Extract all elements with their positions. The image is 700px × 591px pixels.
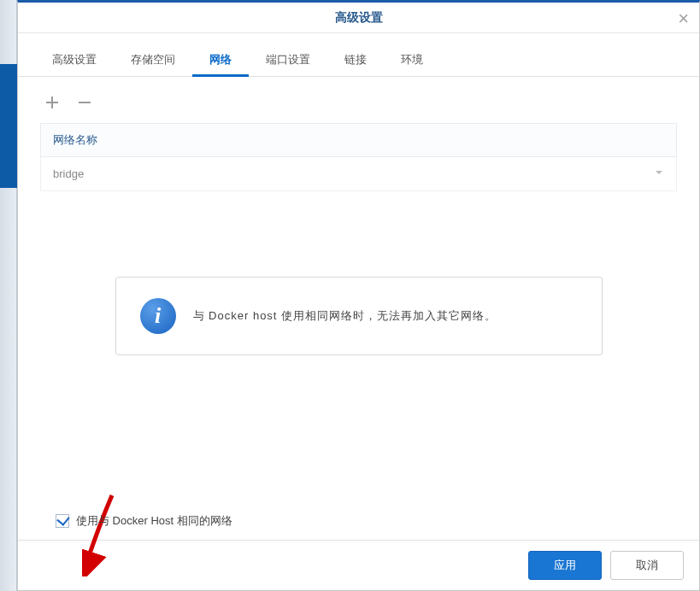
cancel-button[interactable]: 取消 (610, 551, 684, 580)
add-icon[interactable] (40, 91, 64, 114)
tab-content: 网络名称 bridge i 与 Docker host 使用相同网络时，无法再加… (18, 77, 699, 540)
use-host-network-checkbox[interactable] (56, 514, 69, 528)
advanced-settings-dialog: 高级设置 × 高级设置 存储空间 网络 端口设置 链接 环境 网络名称 brid… (17, 0, 700, 591)
remove-icon[interactable] (73, 91, 97, 114)
tab-bar: 高级设置 存储空间 网络 端口设置 链接 环境 (18, 45, 699, 77)
tab-environment[interactable]: 环境 (384, 45, 440, 77)
network-name-value: bridge (53, 167, 84, 180)
use-host-network-label: 使用与 Docker Host 相同的网络 (76, 513, 232, 529)
toolbar (40, 77, 677, 123)
info-box: i 与 Docker host 使用相同网络时，无法再加入其它网络。 (115, 277, 603, 355)
dialog-footer: 应用 取消 (18, 540, 699, 590)
info-icon: i (140, 298, 176, 334)
tab-port-settings[interactable]: 端口设置 (249, 45, 327, 77)
dialog-header: 高级设置 × (18, 3, 699, 33)
use-host-network-row[interactable]: 使用与 Docker Host 相同的网络 (56, 513, 232, 529)
tab-links[interactable]: 链接 (327, 45, 384, 77)
dialog-title: 高级设置 (335, 10, 383, 24)
tab-storage[interactable]: 存储空间 (114, 45, 192, 77)
network-table-header: 网络名称 (40, 123, 677, 157)
network-row[interactable]: bridge (40, 157, 677, 191)
close-icon[interactable]: × (678, 9, 689, 28)
apply-button[interactable]: 应用 (528, 551, 602, 580)
info-text: 与 Docker host 使用相同网络时，无法再加入其它网络。 (193, 308, 497, 324)
tab-network[interactable]: 网络 (192, 45, 249, 77)
tab-advanced-settings[interactable]: 高级设置 (35, 45, 114, 77)
background-left-blue (0, 64, 17, 188)
dropdown-arrow-icon (654, 167, 664, 180)
